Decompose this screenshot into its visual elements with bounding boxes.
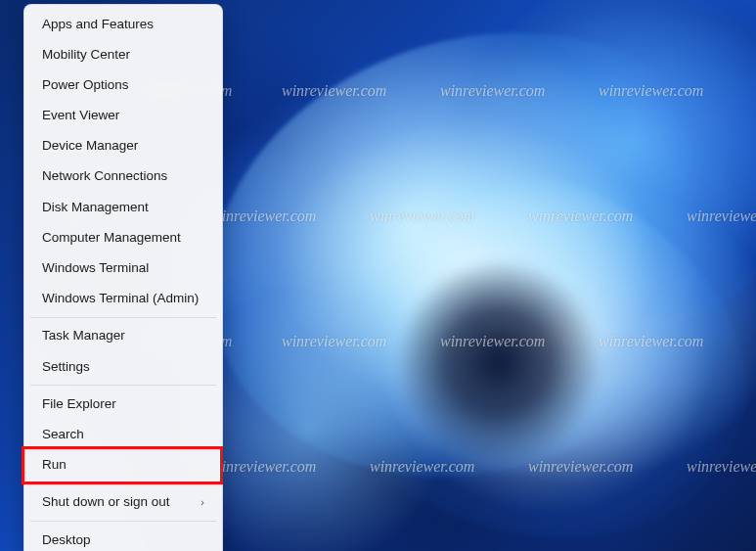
menu-item-network-connections[interactable]: Network Connections (28, 161, 218, 192)
menu-item-disk-management[interactable]: Disk Management (28, 192, 218, 222)
menu-item-label: Shut down or sign out (42, 494, 170, 510)
menu-separator (30, 317, 216, 318)
menu-item-label: Computer Management (42, 230, 181, 246)
winx-power-user-menu: Apps and FeaturesMobility CenterPower Op… (23, 4, 223, 551)
menu-item-windows-terminal-admin[interactable]: Windows Terminal (Admin) (28, 284, 218, 314)
menu-item-computer-management[interactable]: Computer Management (28, 222, 218, 253)
menu-item-run[interactable]: Run (28, 450, 218, 481)
menu-item-label: Search (42, 427, 84, 442)
menu-item-mobility-center[interactable]: Mobility Center (28, 39, 218, 69)
menu-item-label: Task Manager (42, 328, 125, 344)
menu-item-event-viewer[interactable]: Event Viewer (28, 101, 218, 131)
menu-item-label: Mobility Center (42, 47, 130, 63)
menu-item-shut-down-or-sign-out[interactable]: Shut down or sign out› (28, 487, 218, 518)
menu-item-task-manager[interactable]: Task Manager (28, 321, 218, 351)
menu-item-label: Device Manager (42, 138, 138, 154)
menu-separator (30, 521, 216, 522)
menu-item-label: Run (42, 457, 67, 473)
menu-item-desktop[interactable]: Desktop (28, 525, 218, 551)
menu-item-device-manager[interactable]: Device Manager (28, 131, 218, 161)
menu-item-apps-and-features[interactable]: Apps and Features (28, 9, 218, 39)
menu-item-search[interactable]: Search (28, 419, 218, 449)
menu-separator (30, 483, 216, 484)
menu-item-power-options[interactable]: Power Options (28, 69, 218, 100)
menu-item-label: Desktop (42, 532, 91, 548)
menu-separator (30, 385, 216, 386)
chevron-right-icon: › (200, 496, 204, 509)
menu-item-label: Power Options (42, 77, 129, 93)
menu-item-settings[interactable]: Settings (28, 351, 218, 382)
menu-item-label: Event Viewer (42, 108, 119, 123)
menu-item-label: Disk Management (42, 200, 149, 215)
menu-item-file-explorer[interactable]: File Explorer (28, 389, 218, 419)
menu-item-label: Settings (42, 359, 90, 375)
menu-item-label: Apps and Features (42, 17, 154, 32)
menu-item-label: Windows Terminal (42, 260, 149, 276)
menu-item-label: File Explorer (42, 396, 116, 412)
menu-item-label: Network Connections (42, 168, 167, 184)
menu-item-label: Windows Terminal (Admin) (42, 291, 199, 306)
menu-item-windows-terminal[interactable]: Windows Terminal (28, 253, 218, 284)
